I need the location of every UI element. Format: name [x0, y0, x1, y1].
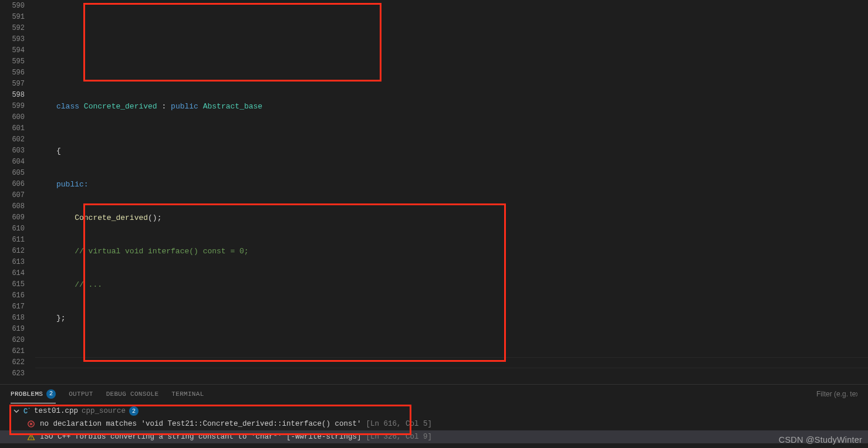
tab-terminal[interactable]: TERMINAL — [171, 385, 204, 403]
error-icon — [27, 420, 35, 428]
chevron-down-icon — [13, 408, 20, 415]
warning-icon — [27, 433, 35, 441]
cpp-file-icon: C⁺ — [23, 406, 31, 416]
bottom-panel: PROBLEMS 2 OUTPUT DEBUG CONSOLE TERMINAL… — [0, 384, 868, 448]
code-line-active[interactable] — [35, 357, 868, 368]
tab-label: TERMINAL — [171, 391, 204, 398]
tab-problems[interactable]: PROBLEMS 2 — [11, 385, 56, 403]
tab-label: OUTPUT — [69, 391, 93, 398]
code-line[interactable]: public: — [35, 179, 868, 190]
tab-debug-console[interactable]: DEBUG CONSOLE — [106, 385, 159, 403]
code-editor[interactable]: 5905915925935945955965975985996006016026… — [0, 0, 868, 384]
problem-item[interactable]: no declaration matches 'void Test21::Con… — [0, 418, 868, 430]
problems-file-row[interactable]: C⁺ test01.cpp cpp_source 2 — [0, 405, 868, 418]
svg-point-2 — [31, 438, 31, 439]
code-line[interactable]: class Concrete_derived : public Abstract… — [35, 101, 868, 112]
watermark: CSDN @StudyWinter — [779, 435, 862, 444]
problem-location: [Ln 326, Col 9] — [366, 433, 433, 441]
problems-count-badge: 2 — [46, 389, 56, 399]
problems-list: C⁺ test01.cpp cpp_source 2 no declaratio… — [0, 403, 868, 444]
code-line[interactable]: // virtual void interface() const = 0; — [35, 246, 868, 257]
code-content[interactable]: class Concrete_derived : public Abstract… — [35, 0, 868, 384]
code-line[interactable]: Concrete_derived(); — [35, 212, 868, 223]
line-number-gutter: 5905915925935945955965975985996006016026… — [0, 0, 35, 384]
problem-message: ISO C++ forbids converting a string cons… — [40, 433, 362, 441]
tab-label: DEBUG CONSOLE — [106, 391, 159, 398]
tab-label: PROBLEMS — [11, 391, 43, 398]
problems-file-folder: cpp_source — [82, 407, 126, 415]
panel-tabs: PROBLEMS 2 OUTPUT DEBUG CONSOLE TERMINAL — [0, 385, 868, 403]
code-line[interactable] — [35, 56, 868, 67]
problem-location: [Ln 616, Col 5] — [366, 420, 433, 428]
file-problems-count-badge: 2 — [129, 406, 139, 416]
problem-item[interactable]: ISO C++ forbids converting a string cons… — [0, 430, 868, 443]
tab-output[interactable]: OUTPUT — [69, 385, 93, 403]
annotation-box — [83, 3, 381, 82]
problems-filter-input[interactable] — [816, 390, 857, 398]
code-line[interactable]: }; — [35, 313, 868, 324]
code-line[interactable]: { — [35, 145, 868, 157]
problem-message: no declaration matches 'void Test21::Con… — [40, 420, 362, 428]
problems-file-name: test01.cpp — [34, 407, 78, 415]
code-line[interactable]: // ... — [35, 279, 868, 290]
